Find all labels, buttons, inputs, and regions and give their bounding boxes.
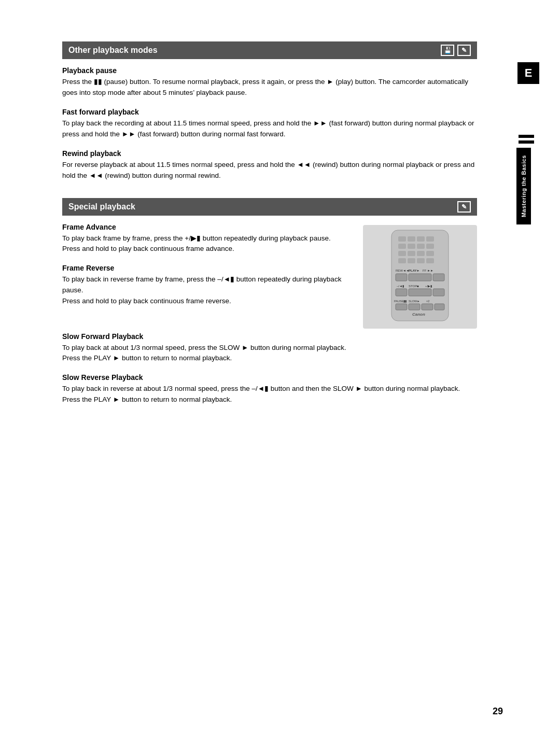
svg-text:PLAY►: PLAY► [409, 269, 419, 272]
svg-rect-8 [417, 244, 425, 249]
subsection-text-rewind: For reverse playback at about 11.5 times… [62, 160, 477, 181]
svg-rect-14 [398, 258, 406, 263]
section-special-playback: Special playback ✎ Frame Advance T [62, 198, 477, 406]
header-icons-other: 💾 ✎ [441, 45, 471, 56]
subsection-text-frame-advance: To play back frame by frame, press the +… [62, 233, 353, 255]
svg-rect-27 [396, 289, 407, 296]
subsection-title-frame-advance: Frame Advance [62, 223, 353, 231]
svg-text:PAUSE▮▮: PAUSE▮▮ [394, 300, 407, 303]
svg-rect-4 [417, 236, 425, 242]
subsection-playback-pause: Playback pause Press the ▮▮ (pause) butt… [62, 66, 477, 98]
subsection-text-frame-reverse: To play back in reverse frame by frame, … [62, 274, 353, 307]
special-left-column: Frame Advance To play back frame by fram… [62, 223, 353, 330]
remote-control-image: REW◄◄ PLAY► FF ►► –/◄▮ STOP■ +/▶▮ [363, 225, 477, 330]
svg-rect-11 [408, 251, 415, 256]
subsection-title-rewind: Rewind playback [62, 149, 477, 158]
svg-text:SLOW►: SLOW► [409, 300, 420, 303]
svg-text:FF ►►: FF ►► [423, 269, 433, 272]
svg-rect-22 [409, 274, 431, 281]
svg-rect-28 [409, 289, 431, 296]
sidebar-line-1 [519, 135, 534, 138]
special-content-layout: Frame Advance To play back frame by fram… [62, 223, 477, 330]
subsection-title-ff: Fast forward playback [62, 108, 477, 116]
svg-rect-16 [417, 258, 425, 263]
svg-rect-6 [398, 244, 406, 249]
subsection-slow-reverse: Slow Reverse Playback To play back in re… [62, 373, 477, 405]
pencil-icon-2: ✎ [457, 201, 471, 213]
svg-rect-36 [435, 304, 444, 310]
svg-rect-21 [396, 274, 407, 281]
sidebar-line-2 [519, 140, 534, 144]
svg-rect-33 [396, 304, 407, 310]
subsection-title-slow-reverse: Slow Reverse Playback [62, 373, 477, 382]
sidebar-decoration [519, 135, 539, 144]
subsection-text-slow-reverse: To play back in reverse at about 1/3 nor… [62, 384, 477, 405]
svg-text:STOP■: STOP■ [409, 285, 419, 288]
subsection-text-pause: Press the ▮▮ (pause) button. To resume n… [62, 77, 477, 98]
subsection-fast-forward: Fast forward playback To play back the r… [62, 108, 477, 140]
svg-rect-7 [408, 244, 415, 249]
svg-rect-15 [408, 258, 415, 263]
section-header-special: Special playback ✎ [62, 198, 477, 216]
subsection-title-slow-forward: Slow Forward Playback [62, 332, 477, 341]
subsection-text-slow-forward: To play back at about 1/3 normal speed, … [62, 343, 477, 364]
disk-icon: 💾 [441, 45, 454, 56]
mastering-basics-label: Mastering the Basics [516, 148, 531, 224]
right-sidebar: E Mastering the Basics [508, 0, 539, 748]
section-title-other: Other playback modes [68, 46, 158, 55]
remote-svg: REW◄◄ PLAY► FF ►► –/◄▮ STOP■ +/▶▮ [363, 225, 477, 329]
svg-rect-9 [426, 244, 434, 249]
subsection-frame-reverse: Frame Reverse To play back in reverse fr… [62, 264, 353, 307]
section-title-special: Special playback [68, 202, 135, 211]
svg-text:+/▶▮: +/▶▮ [425, 285, 432, 288]
page-number: 29 [493, 706, 503, 717]
svg-rect-3 [408, 236, 415, 242]
svg-rect-5 [426, 236, 434, 242]
svg-rect-34 [409, 304, 420, 310]
subsection-frame-advance: Frame Advance To play back frame by fram… [62, 223, 353, 255]
section-other-playback: Other playback modes 💾 ✎ Playback pause … [62, 41, 477, 181]
svg-text:–/◄▮: –/◄▮ [397, 285, 404, 288]
e-tab: E [517, 62, 539, 84]
subsection-rewind: Rewind playback For reverse playback at … [62, 149, 477, 181]
svg-rect-2 [398, 236, 406, 242]
svg-rect-13 [426, 251, 434, 256]
section-header-other: Other playback modes 💾 ✎ [62, 41, 477, 59]
header-icons-special: ✎ [457, 201, 471, 213]
pencil-icon-1: ✎ [457, 45, 471, 56]
svg-rect-12 [417, 251, 425, 256]
svg-text:×2: ×2 [426, 300, 429, 303]
svg-rect-23 [433, 274, 444, 281]
subsection-title-pause: Playback pause [62, 66, 477, 75]
subsection-text-ff: To play back the recording at about 11.5… [62, 118, 477, 140]
svg-rect-17 [426, 258, 434, 263]
svg-text:Canon: Canon [412, 312, 425, 317]
subsection-slow-forward: Slow Forward Playback To play back at ab… [62, 332, 477, 364]
svg-text:REW◄◄: REW◄◄ [396, 269, 409, 272]
svg-rect-29 [433, 289, 444, 296]
svg-rect-10 [398, 251, 406, 256]
subsection-title-frame-reverse: Frame Reverse [62, 264, 353, 272]
svg-rect-35 [422, 304, 433, 310]
